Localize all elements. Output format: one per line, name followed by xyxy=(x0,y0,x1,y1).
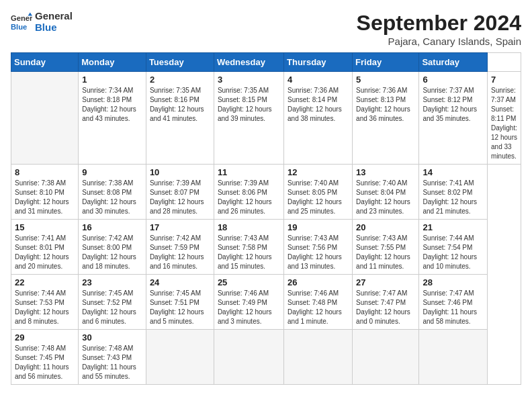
cell-details: Sunrise: 7:44 AMSunset: 7:54 PMDaylight:… xyxy=(423,234,484,271)
calendar-week-row: 8Sunrise: 7:38 AMSunset: 8:10 PMDaylight… xyxy=(11,165,521,220)
cell-details: Sunrise: 7:46 AMSunset: 7:48 PMDaylight:… xyxy=(287,289,349,326)
calendar-cell: 5Sunrise: 7:36 AMSunset: 8:13 PMDaylight… xyxy=(353,72,419,165)
day-number: 1 xyxy=(82,75,142,85)
cell-details: Sunrise: 7:42 AMSunset: 7:59 PMDaylight:… xyxy=(150,234,210,271)
logo-general-text: General xyxy=(35,11,73,22)
day-number: 10 xyxy=(150,167,210,177)
cell-details: Sunrise: 7:43 AMSunset: 7:58 PMDaylight:… xyxy=(218,234,280,271)
cell-details: Sunrise: 7:37 AMSunset: 8:12 PMDaylight:… xyxy=(423,86,484,124)
calendar-cell: 11Sunrise: 7:39 AMSunset: 8:06 PMDayligh… xyxy=(214,165,283,220)
calendar-weekday-sunday: Sunday xyxy=(11,53,79,72)
cell-details: Sunrise: 7:44 AMSunset: 7:53 PMDaylight:… xyxy=(15,289,75,326)
cell-details: Sunrise: 7:38 AMSunset: 8:08 PMDaylight:… xyxy=(82,179,142,216)
calendar-cell xyxy=(11,72,79,165)
calendar-cell: 6Sunrise: 7:37 AMSunset: 8:12 PMDaylight… xyxy=(419,72,488,165)
calendar-cell: 28Sunrise: 7:47 AMSunset: 7:46 PMDayligh… xyxy=(419,275,488,330)
calendar-cell: 3Sunrise: 7:35 AMSunset: 8:15 PMDaylight… xyxy=(214,72,283,165)
calendar-weekday-friday: Friday xyxy=(353,53,419,72)
day-number: 21 xyxy=(423,222,484,232)
calendar-cell: 10Sunrise: 7:39 AMSunset: 8:07 PMDayligh… xyxy=(146,165,214,220)
cell-details: Sunrise: 7:48 AMSunset: 7:43 PMDaylight:… xyxy=(82,344,142,381)
day-number: 2 xyxy=(150,75,210,85)
calendar-cell: 2Sunrise: 7:35 AMSunset: 8:16 PMDaylight… xyxy=(146,72,214,165)
day-number: 18 xyxy=(218,222,280,232)
svg-text:Blue: Blue xyxy=(11,23,27,31)
calendar-weekday-tuesday: Tuesday xyxy=(146,53,214,72)
calendar-cell: 20Sunrise: 7:43 AMSunset: 7:55 PMDayligh… xyxy=(353,220,419,275)
day-number: 4 xyxy=(287,75,349,85)
calendar-cell: 27Sunrise: 7:47 AMSunset: 7:47 PMDayligh… xyxy=(353,275,419,330)
day-number: 6 xyxy=(423,75,484,85)
calendar-weekday-thursday: Thursday xyxy=(284,53,353,72)
day-number: 13 xyxy=(356,167,415,177)
day-number: 14 xyxy=(423,167,484,177)
cell-details: Sunrise: 7:47 AMSunset: 7:46 PMDaylight:… xyxy=(423,289,484,326)
calendar-header-row: SundayMondayTuesdayWednesdayThursdayFrid… xyxy=(11,53,521,72)
page-subtitle: Pajara, Canary Islands, Spain xyxy=(357,36,521,47)
calendar-week-row: 1Sunrise: 7:34 AMSunset: 8:18 PMDaylight… xyxy=(11,72,521,165)
page-title: September 2024 xyxy=(357,11,521,36)
page-header: General Blue General Blue September 2024… xyxy=(11,11,521,47)
cell-details: Sunrise: 7:43 AMSunset: 7:55 PMDaylight:… xyxy=(356,234,415,271)
cell-details: Sunrise: 7:37 AMSunset: 8:11 PMDaylight:… xyxy=(491,86,517,161)
calendar-cell: 7Sunrise: 7:37 AMSunset: 8:11 PMDaylight… xyxy=(488,72,521,165)
day-number: 25 xyxy=(218,277,280,287)
day-number: 24 xyxy=(150,277,210,287)
cell-details: Sunrise: 7:39 AMSunset: 8:07 PMDaylight:… xyxy=(150,179,210,216)
cell-details: Sunrise: 7:36 AMSunset: 8:14 PMDaylight:… xyxy=(287,86,349,124)
cell-details: Sunrise: 7:41 AMSunset: 8:02 PMDaylight:… xyxy=(423,179,484,216)
calendar-cell: 29Sunrise: 7:48 AMSunset: 7:45 PMDayligh… xyxy=(11,330,79,385)
calendar-cell: 19Sunrise: 7:43 AMSunset: 7:56 PMDayligh… xyxy=(284,220,353,275)
day-number: 11 xyxy=(218,167,280,177)
title-block: September 2024 Pajara, Canary Islands, S… xyxy=(357,11,521,47)
calendar-cell: 21Sunrise: 7:44 AMSunset: 7:54 PMDayligh… xyxy=(419,220,488,275)
cell-details: Sunrise: 7:46 AMSunset: 7:49 PMDaylight:… xyxy=(218,289,280,326)
cell-details: Sunrise: 7:42 AMSunset: 8:00 PMDaylight:… xyxy=(82,234,142,271)
calendar-cell: 12Sunrise: 7:40 AMSunset: 8:05 PMDayligh… xyxy=(284,165,353,220)
logo: General Blue General Blue xyxy=(11,11,73,33)
day-number: 5 xyxy=(356,75,415,85)
day-number: 17 xyxy=(150,222,210,232)
cell-details: Sunrise: 7:36 AMSunset: 8:13 PMDaylight:… xyxy=(356,86,415,124)
calendar-cell: 4Sunrise: 7:36 AMSunset: 8:14 PMDaylight… xyxy=(284,72,353,165)
day-number: 27 xyxy=(356,277,415,287)
cell-details: Sunrise: 7:35 AMSunset: 8:15 PMDaylight:… xyxy=(218,86,280,124)
logo-icon: General Blue xyxy=(11,11,32,33)
cell-details: Sunrise: 7:47 AMSunset: 7:47 PMDaylight:… xyxy=(356,289,415,326)
day-number: 7 xyxy=(491,75,517,85)
calendar-cell xyxy=(419,330,488,385)
calendar-week-row: 29Sunrise: 7:48 AMSunset: 7:45 PMDayligh… xyxy=(11,330,521,385)
calendar-cell: 13Sunrise: 7:40 AMSunset: 8:04 PMDayligh… xyxy=(353,165,419,220)
calendar-weekday-monday: Monday xyxy=(79,53,146,72)
day-number: 9 xyxy=(82,167,142,177)
day-number: 23 xyxy=(82,277,142,287)
day-number: 30 xyxy=(82,332,142,342)
cell-details: Sunrise: 7:41 AMSunset: 8:01 PMDaylight:… xyxy=(15,234,75,271)
cell-details: Sunrise: 7:48 AMSunset: 7:45 PMDaylight:… xyxy=(15,344,75,381)
calendar-week-row: 22Sunrise: 7:44 AMSunset: 7:53 PMDayligh… xyxy=(11,275,521,330)
day-number: 16 xyxy=(82,222,142,232)
day-number: 29 xyxy=(15,332,75,342)
calendar-weekday-wednesday: Wednesday xyxy=(214,53,283,72)
day-number: 15 xyxy=(15,222,75,232)
day-number: 8 xyxy=(15,167,75,177)
cell-details: Sunrise: 7:45 AMSunset: 7:51 PMDaylight:… xyxy=(150,289,210,326)
cell-details: Sunrise: 7:45 AMSunset: 7:52 PMDaylight:… xyxy=(82,289,142,326)
cell-details: Sunrise: 7:39 AMSunset: 8:06 PMDaylight:… xyxy=(218,179,280,216)
calendar-cell: 14Sunrise: 7:41 AMSunset: 8:02 PMDayligh… xyxy=(419,165,488,220)
logo-blue-text: Blue xyxy=(35,22,73,34)
cell-details: Sunrise: 7:40 AMSunset: 8:05 PMDaylight:… xyxy=(287,179,349,216)
calendar-weekday-saturday: Saturday xyxy=(419,53,488,72)
cell-details: Sunrise: 7:35 AMSunset: 8:16 PMDaylight:… xyxy=(150,86,210,124)
day-number: 26 xyxy=(287,277,349,287)
calendar-cell: 24Sunrise: 7:45 AMSunset: 7:51 PMDayligh… xyxy=(146,275,214,330)
day-number: 20 xyxy=(356,222,415,232)
cell-details: Sunrise: 7:34 AMSunset: 8:18 PMDaylight:… xyxy=(82,86,142,124)
calendar-cell: 30Sunrise: 7:48 AMSunset: 7:43 PMDayligh… xyxy=(79,330,146,385)
calendar-cell xyxy=(146,330,214,385)
calendar-cell: 15Sunrise: 7:41 AMSunset: 8:01 PMDayligh… xyxy=(11,220,79,275)
calendar-week-row: 15Sunrise: 7:41 AMSunset: 8:01 PMDayligh… xyxy=(11,220,521,275)
day-number: 22 xyxy=(15,277,75,287)
day-number: 28 xyxy=(423,277,484,287)
day-number: 19 xyxy=(287,222,349,232)
